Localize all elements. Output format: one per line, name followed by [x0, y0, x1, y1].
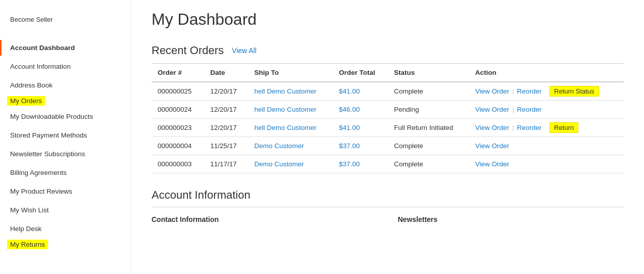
orders-table-header-row: Order #DateShip ToOrder TotalStatusActio…: [152, 64, 624, 82]
action-link-0-0[interactable]: View Order: [475, 87, 509, 95]
ship-to-link-4[interactable]: Demo Customer: [255, 160, 304, 168]
info-columns: Contact Information Newsletters: [152, 215, 624, 226]
order-date-4: 11/17/17: [204, 155, 248, 173]
sidebar-item-my-product-reviews[interactable]: My Product Reviews: [0, 184, 131, 199]
table-row: 00000000311/17/17Demo Customer$37.00Comp…: [152, 155, 624, 173]
order-date-2: 12/20/17: [204, 119, 248, 137]
action-link-3-0[interactable]: View Order: [475, 142, 509, 150]
order-action-0: View Order|Reorder Return Status: [469, 82, 624, 101]
orders-table-body: 00000002512/20/17hell Demo Customer$41.0…: [152, 82, 624, 173]
order-date-0: 12/20/17: [204, 82, 248, 101]
order-status-0: Complete: [388, 82, 469, 101]
recent-orders-header: Recent Orders View All: [152, 44, 624, 57]
sidebar-item-wrapper-newsletter-subscriptions: Newsletter Subscriptions: [0, 145, 131, 163]
col-header-2: Ship To: [249, 64, 333, 82]
sidebar-item-wrapper-account-information: Account Information: [0, 57, 131, 76]
sidebar-item-account-dashboard[interactable]: Account Dashboard: [0, 40, 131, 56]
view-all-link[interactable]: View All: [232, 47, 257, 55]
table-row: 00000000411/25/17Demo Customer$37.00Comp…: [152, 137, 624, 155]
order-date-3: 11/25/17: [204, 137, 248, 155]
sidebar-item-stored-payment-methods[interactable]: Stored Payment Methods: [0, 127, 131, 143]
action-badge-2-2[interactable]: Return: [550, 122, 578, 133]
sidebar: Become Seller Account DashboardAccount I…: [0, 0, 131, 274]
order-ship-to-2: hell Demo Customer: [249, 119, 333, 137]
become-seller-link-wrapper: Become Seller: [0, 10, 131, 33]
order-num-4: 000000003: [152, 155, 204, 173]
sidebar-item-wrapper-my-product-reviews: My Product Reviews: [0, 182, 131, 201]
page-title: My Dashboard: [152, 10, 624, 29]
sidebar-item-newsletter-subscriptions[interactable]: Newsletter Subscriptions: [0, 146, 131, 162]
action-link-0-1[interactable]: Reorder: [517, 87, 542, 95]
sidebar-item-wrapper-my-wish-list: My Wish List: [0, 201, 131, 219]
order-total-3: $37.00: [333, 137, 388, 155]
order-ship-to-4: Demo Customer: [249, 155, 333, 173]
order-status-1: Pending: [388, 101, 469, 119]
account-information-section: Account Information Contact Information …: [152, 189, 624, 226]
action-link-2-1[interactable]: Reorder: [517, 124, 542, 131]
sidebar-item-help-desk[interactable]: Help Desk: [0, 221, 131, 237]
ship-to-link-2[interactable]: hell Demo Customer: [255, 124, 317, 131]
action-sep-2-2: [544, 124, 547, 131]
order-status-4: Complete: [388, 155, 469, 173]
ship-to-link-3[interactable]: Demo Customer: [255, 142, 304, 150]
sidebar-item-wrapper-stored-payment-methods: Stored Payment Methods: [0, 126, 131, 145]
order-total-2: $41.00: [333, 119, 388, 137]
action-sep-1-1: |: [512, 106, 514, 113]
action-link-1-0[interactable]: View Order: [475, 106, 509, 113]
become-seller-link[interactable]: Become Seller: [10, 16, 53, 23]
newsletters-col: Newsletters: [398, 215, 624, 226]
table-row: 00000002412/20/17hell Demo Customer$46.0…: [152, 101, 624, 119]
ship-to-link-0[interactable]: hell Demo Customer: [255, 87, 317, 95]
col-header-0: Order #: [152, 64, 204, 82]
action-sep-0-2: [544, 87, 547, 95]
order-action-1: View Order|Reorder: [469, 101, 624, 119]
col-header-3: Order Total: [333, 64, 388, 82]
recent-orders-title: Recent Orders: [152, 44, 224, 57]
section-divider: [152, 207, 624, 207]
col-header-4: Status: [388, 64, 469, 82]
sidebar-item-wrapper-my-downloadable-products: My Downloadable Products: [0, 107, 131, 126]
action-sep-0-1: |: [512, 87, 514, 95]
order-total-4: $37.00: [333, 155, 388, 173]
ship-to-link-1[interactable]: hell Demo Customer: [255, 106, 317, 113]
order-action-4: View Order: [469, 155, 624, 173]
sidebar-item-my-downloadable-products[interactable]: My Downloadable Products: [0, 109, 131, 124]
action-badge-0-2[interactable]: Return Status: [550, 86, 599, 97]
col-header-1: Date: [204, 64, 248, 82]
sidebar-item-address-book[interactable]: Address Book: [0, 77, 131, 93]
sidebar-item-wrapper-help-desk: Help Desk: [0, 219, 131, 238]
sidebar-item-my-wish-list[interactable]: My Wish List: [0, 202, 131, 218]
sidebar-item-wrapper-my-returns: My Returns: [0, 238, 131, 251]
main-content: My Dashboard Recent Orders View All Orde…: [131, 0, 644, 274]
sidebar-item-wrapper-my-orders: My Orders: [0, 95, 131, 107]
order-date-1: 12/20/17: [204, 101, 248, 119]
order-num-0: 000000025: [152, 82, 204, 101]
col-header-5: Action: [469, 64, 624, 82]
order-status-2: Full Return Initiated: [388, 119, 469, 137]
contact-info-col: Contact Information: [152, 215, 378, 226]
account-info-title: Account Information: [152, 189, 624, 202]
table-row: 00000002312/20/17hell Demo Customer$41.0…: [152, 119, 624, 137]
order-ship-to-3: Demo Customer: [249, 137, 333, 155]
order-num-1: 000000024: [152, 101, 204, 119]
order-total-0: $41.00: [333, 82, 388, 101]
sidebar-item-wrapper-billing-agreements: Billing Agreements: [0, 163, 131, 182]
sidebar-item-billing-agreements[interactable]: Billing Agreements: [0, 165, 131, 180]
sidebar-item-my-returns[interactable]: My Returns: [7, 240, 48, 249]
action-link-1-1[interactable]: Reorder: [517, 106, 542, 113]
sidebar-nav: Account DashboardAccount InformationAddr…: [0, 38, 131, 251]
action-link-2-0[interactable]: View Order: [475, 124, 509, 131]
order-ship-to-1: hell Demo Customer: [249, 101, 333, 119]
order-ship-to-0: hell Demo Customer: [249, 82, 333, 101]
order-action-3: View Order: [469, 137, 624, 155]
sidebar-item-wrapper-address-book: Address Book: [0, 76, 131, 95]
order-action-2: View Order|Reorder Return: [469, 119, 624, 137]
contact-info-label: Contact Information: [152, 215, 378, 223]
action-link-4-0[interactable]: View Order: [475, 160, 509, 168]
sidebar-item-account-information[interactable]: Account Information: [0, 59, 131, 74]
order-status-3: Complete: [388, 137, 469, 155]
table-row: 00000002512/20/17hell Demo Customer$41.0…: [152, 82, 624, 101]
sidebar-item-my-orders[interactable]: My Orders: [7, 96, 45, 106]
orders-table: Order #DateShip ToOrder TotalStatusActio…: [152, 63, 624, 173]
order-total-1: $46.00: [333, 101, 388, 119]
